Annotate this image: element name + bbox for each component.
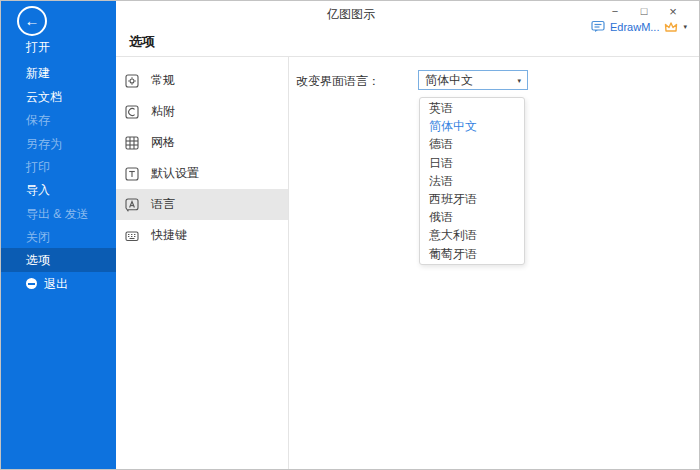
sidebar-item-import[interactable]: 导入 <box>1 178 116 202</box>
dropdown-option-german[interactable]: 德语 <box>420 135 524 153</box>
sidebar-item-label: 打印 <box>26 160 50 174</box>
sidebar-item-label: 退出 <box>44 277 68 291</box>
language-dropdown: 英语 简体中文 德语 日语 法语 西班牙语 俄语 意大利语 葡萄牙语 <box>419 97 525 265</box>
dropdown-option-spanish[interactable]: 西班牙语 <box>420 190 524 208</box>
back-button[interactable]: ← <box>17 6 47 36</box>
dropdown-option-italian[interactable]: 意大利语 <box>420 226 524 244</box>
category-item-shortcuts[interactable]: 快捷键 <box>116 220 288 251</box>
language-icon <box>125 198 139 212</box>
dropdown-option-japanese[interactable]: 日语 <box>420 154 524 172</box>
category-item-snap[interactable]: 粘附 <box>116 96 288 127</box>
sidebar-item-print[interactable]: 打印 <box>1 155 116 179</box>
language-select[interactable]: 简体中文 ▾ <box>418 70 528 90</box>
close-button[interactable]: × <box>665 3 681 20</box>
sidebar-item-open[interactable]: 打开 <box>1 35 116 59</box>
category-label: 语言 <box>151 196 175 213</box>
keyboard-icon <box>125 229 139 243</box>
window-title: 亿图图示 <box>116 6 586 23</box>
panel-divider <box>288 57 289 469</box>
sidebar-item-label: 导入 <box>26 183 50 197</box>
gear-icon <box>125 74 139 88</box>
sidebar-item-export-send[interactable]: 导出 & 发送 <box>1 202 116 226</box>
sidebar-item-save-as[interactable]: 另存为 <box>1 132 116 156</box>
chat-icon[interactable] <box>591 20 605 33</box>
dropdown-option-french[interactable]: 法语 <box>420 172 524 190</box>
category-label: 快捷键 <box>151 227 187 244</box>
dropdown-option-russian[interactable]: 俄语 <box>420 208 524 226</box>
select-caret-icon: ▾ <box>517 72 521 89</box>
sidebar-item-new[interactable]: 新建 <box>1 61 116 85</box>
sidebar-item-options[interactable]: 选项 <box>1 248 116 272</box>
text-default-icon <box>125 167 139 181</box>
sidebar-item-exit[interactable]: 退出 <box>1 272 116 296</box>
category-item-general[interactable]: 常规 <box>116 65 288 96</box>
sidebar-item-label: 新建 <box>26 66 50 80</box>
category-item-grid[interactable]: 网格 <box>116 127 288 158</box>
category-item-language[interactable]: 语言 <box>116 189 288 220</box>
dropdown-option-english[interactable]: 英语 <box>420 99 524 117</box>
sidebar-item-label: 选项 <box>26 253 50 267</box>
magnet-icon <box>125 105 139 119</box>
category-label: 网格 <box>151 134 175 151</box>
minimize-button[interactable]: − <box>607 3 623 20</box>
sidebar-item-save[interactable]: 保存 <box>1 108 116 132</box>
account-name[interactable]: EdrawM... <box>610 21 660 33</box>
sidebar-item-label: 关闭 <box>26 230 50 244</box>
sidebar-item-cloud-docs[interactable]: 云文档 <box>1 85 116 109</box>
sidebar-item-close-file[interactable]: 关闭 <box>1 225 116 249</box>
sidebar-item-label: 云文档 <box>26 90 62 104</box>
vip-crown-icon[interactable] <box>664 21 678 33</box>
page-title: 选项 <box>129 33 155 51</box>
account-area: EdrawM... ▾ <box>591 20 687 33</box>
file-menu-sidebar: ← 打开 新建 云文档 保存 另存为 打印 导入 导出 & 发送 关闭 选项 退… <box>1 1 116 470</box>
sidebar-item-label: 另存为 <box>26 137 62 151</box>
account-caret-icon[interactable]: ▾ <box>683 23 687 31</box>
category-item-default-settings[interactable]: 默认设置 <box>116 158 288 189</box>
category-label: 粘附 <box>151 103 175 120</box>
sidebar-item-label: 打开 <box>26 40 50 54</box>
language-select-value: 简体中文 <box>425 73 473 87</box>
exit-minus-icon <box>26 278 37 289</box>
category-label: 默认设置 <box>151 165 199 182</box>
settings-category-list: 常规 粘附 网格 <box>116 65 288 251</box>
category-label: 常规 <box>151 72 175 89</box>
sidebar-item-label: 导出 & 发送 <box>26 207 89 221</box>
grid-icon <box>125 136 139 150</box>
window-controls: − □ × <box>607 3 681 20</box>
sidebar-item-label: 保存 <box>26 113 50 127</box>
back-arrow-icon: ← <box>25 13 40 28</box>
maximize-button[interactable]: □ <box>636 3 652 20</box>
language-setting-label: 改变界面语言： <box>296 73 380 90</box>
app-window: ← 打开 新建 云文档 保存 另存为 打印 导入 导出 & 发送 关闭 选项 退… <box>0 0 700 470</box>
dropdown-option-simplified-chinese[interactable]: 简体中文 <box>420 117 524 135</box>
header-divider <box>116 56 699 57</box>
dropdown-option-portuguese[interactable]: 葡萄牙语 <box>420 245 524 263</box>
